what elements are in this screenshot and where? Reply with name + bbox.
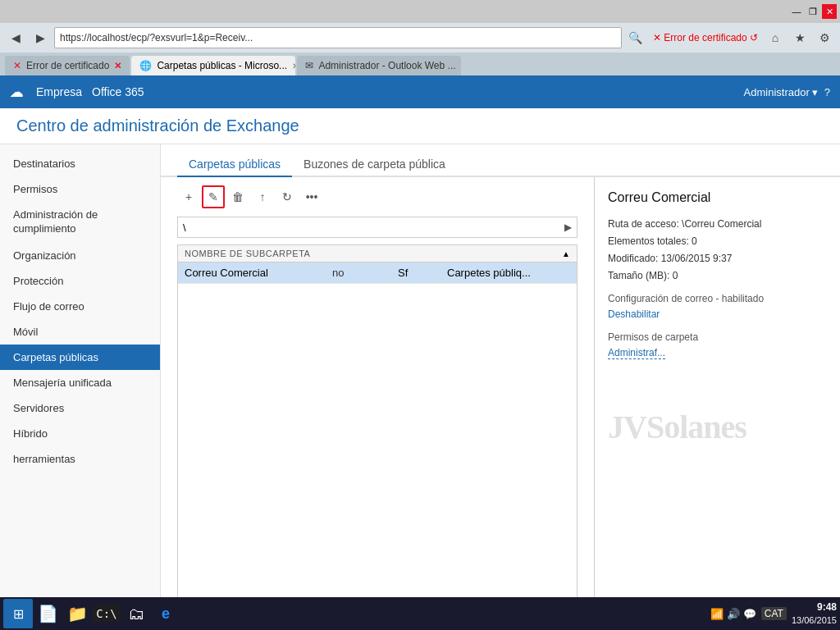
add-button[interactable]: + xyxy=(177,185,200,208)
ie-icon: e xyxy=(162,605,170,623)
row-name: Correu Comercial xyxy=(185,267,332,279)
refresh-button[interactable]: ↻ xyxy=(276,185,299,208)
path-arrow-icon: ▶ xyxy=(564,221,572,233)
sidebar-item-carpetas[interactable]: Carpetas públicas xyxy=(0,345,160,370)
admin-tab-label: Administrador - Outlook Web ... xyxy=(318,60,455,71)
forward-button[interactable]: ▶ xyxy=(30,27,51,48)
file-manager-icon: 📄 xyxy=(38,604,58,623)
page-title-bar: Centro de administración de Exchange xyxy=(0,108,840,144)
taskbar-icon-explorer[interactable]: 📁 xyxy=(62,599,92,628)
sidebar-item-proteccion[interactable]: Protección xyxy=(0,268,160,294)
detail-elementos: Elementos totales: 0 xyxy=(608,234,827,249)
table-row[interactable]: Correu Comercial no Sf Carpetes públiq..… xyxy=(178,262,577,284)
path-input[interactable] xyxy=(183,221,564,234)
admin-tab-icon: ✉ xyxy=(305,60,313,71)
sidebar: Destinatarios Permisos Administración de… xyxy=(0,144,161,630)
carpetas-tab-icon: 🌐 xyxy=(139,60,152,71)
content-tabs: Carpetas públicas Buzones de carpeta púb… xyxy=(161,144,840,177)
home-button[interactable]: ⌂ xyxy=(765,27,786,48)
detail-modificado: Modificado: 13/06/2015 9:37 xyxy=(608,251,827,266)
folder-table: NOMBRE DE SUBCARPETA ▲ Correu Comercial … xyxy=(177,244,578,614)
user-name: Administrador xyxy=(744,86,810,98)
tab-carpetas-publicas[interactable]: Carpetas públicas xyxy=(177,153,292,177)
tab-bar: ✕ Error de certificado ✕ 🌐 Carpetas públ… xyxy=(0,52,840,75)
carpetas-tab-close[interactable]: ✕ xyxy=(292,62,295,71)
help-icon: ? xyxy=(824,86,830,98)
error-tab-close[interactable]: ✕ xyxy=(114,61,121,71)
taskbar-icon-cmd[interactable]: C:\ xyxy=(92,599,121,628)
deshabilitar-link[interactable]: Deshabilitar xyxy=(608,308,660,320)
search-button[interactable]: 🔍 xyxy=(625,27,646,48)
start-icon: ⊞ xyxy=(13,606,24,622)
sidebar-item-destinatarios[interactable]: Destinatarios xyxy=(0,151,160,176)
taskbar-icon-ie[interactable]: e xyxy=(151,599,180,628)
app-header: ☁ Empresa Office 365 Administrador ▾ ? xyxy=(0,75,840,108)
edit-button[interactable]: ✎ xyxy=(202,185,225,208)
browser-titlebar: — ❐ ✕ xyxy=(0,0,840,23)
sidebar-item-administracion[interactable]: Administración de cumplimiento xyxy=(0,202,160,243)
table-header: NOMBRE DE SUBCARPETA ▲ xyxy=(178,245,577,262)
taskbar-right: 📶 🔊 💬 CAT 9:48 13/06/2015 xyxy=(710,600,837,627)
column-name-header: NOMBRE DE SUBCARPETA xyxy=(185,249,310,258)
user-menu-button[interactable]: Administrador ▾ xyxy=(744,86,818,98)
admin-link[interactable]: Administraf... xyxy=(608,347,665,359)
up-button[interactable]: ↑ xyxy=(251,185,274,208)
detail-panel: Correu Comercial Ruta de acceso: \Correu… xyxy=(594,177,840,630)
notification-icon: 💬 xyxy=(743,608,756,620)
tab-admin[interactable]: ✉ Administrador - Outlook Web ... ✕ xyxy=(297,56,461,75)
tab-error[interactable]: ✕ Error de certificado ✕ xyxy=(5,56,130,75)
detail-mail-config-label: Configuración de correo - habilitado xyxy=(608,293,827,304)
error-tab-icon: ✕ xyxy=(13,60,21,71)
minimize-button[interactable]: — xyxy=(789,4,804,19)
tab-carpetas[interactable]: 🌐 Carpetas públicas - Microso... ✕ xyxy=(131,56,295,75)
sidebar-item-herramientas[interactable]: herramientas xyxy=(0,446,160,472)
error-tab-label: Error de certificado xyxy=(26,60,109,71)
detail-tamanio: Tamaño (MB): 0 xyxy=(608,268,827,283)
favorites-button[interactable]: ★ xyxy=(789,27,810,48)
taskbar-sys-icons: 📶 🔊 💬 xyxy=(710,608,756,620)
start-button[interactable]: ⊞ xyxy=(3,599,33,628)
browser-nav: ◀ ▶ 🔍 ✕ Error de certificado ↺ ⌂ ★ ⚙ xyxy=(0,23,840,52)
close-button[interactable]: ✕ xyxy=(822,4,837,19)
taskbar-clock: 9:48 13/06/2015 xyxy=(792,600,837,627)
company-name: Empresa xyxy=(36,85,82,98)
help-button[interactable]: ? xyxy=(824,86,830,98)
admin-tab-close[interactable]: ✕ xyxy=(461,62,462,71)
date-display: 13/06/2015 xyxy=(792,614,837,627)
sidebar-item-hibrido[interactable]: Híbrido xyxy=(0,421,160,446)
delete-button[interactable]: 🗑 xyxy=(226,185,249,208)
more-button[interactable]: ••• xyxy=(300,185,323,208)
row-col2: no xyxy=(332,267,398,279)
address-bar-container xyxy=(54,27,622,48)
app-header-right: Administrador ▾ ? xyxy=(744,86,830,98)
network-icon: 📶 xyxy=(710,608,724,620)
product-name: Office 365 xyxy=(92,85,144,98)
detail-permissions-label: Permisos de carpeta xyxy=(608,331,827,343)
explorer-icon: 📁 xyxy=(67,604,88,623)
sidebar-item-flujo[interactable]: Flujo de correo xyxy=(0,294,160,319)
sort-icon[interactable]: ▲ xyxy=(562,249,570,258)
up-icon: ↑ xyxy=(260,190,266,203)
refresh-icon: ↻ xyxy=(282,190,292,203)
language-badge: CAT xyxy=(761,607,787,620)
tab-buzones[interactable]: Buzones de carpeta pública xyxy=(292,153,457,177)
time-display: 9:48 xyxy=(792,600,837,614)
back-button[interactable]: ◀ xyxy=(5,27,26,48)
page-title: Centro de administración de Exchange xyxy=(16,116,824,135)
maximize-button[interactable]: ❐ xyxy=(806,4,820,19)
tools-button[interactable]: ⚙ xyxy=(814,27,835,48)
cmd-icon: C:\ xyxy=(93,605,120,622)
path-bar: ▶ xyxy=(177,217,578,238)
sidebar-item-organizacion[interactable]: Organización xyxy=(0,243,160,268)
sidebar-item-servidores[interactable]: Servidores xyxy=(0,395,160,421)
cert-error-badge: ✕ Error de certificado ↺ xyxy=(653,32,758,43)
address-input[interactable] xyxy=(55,30,621,45)
sidebar-item-permisos[interactable]: Permisos xyxy=(0,176,160,202)
taskbar-icon-folder[interactable]: 🗂 xyxy=(121,599,151,628)
sidebar-item-mensajeria[interactable]: Mensajería unificada xyxy=(0,370,160,395)
sidebar-item-movil[interactable]: Móvil xyxy=(0,319,160,345)
more-icon: ••• xyxy=(306,190,318,203)
taskbar-icon-file[interactable]: 📄 xyxy=(33,599,62,628)
content-wrapper: + ✎ 🗑 ↑ ↻ ••• xyxy=(161,177,840,630)
detail-title: Correu Comercial xyxy=(608,190,827,205)
